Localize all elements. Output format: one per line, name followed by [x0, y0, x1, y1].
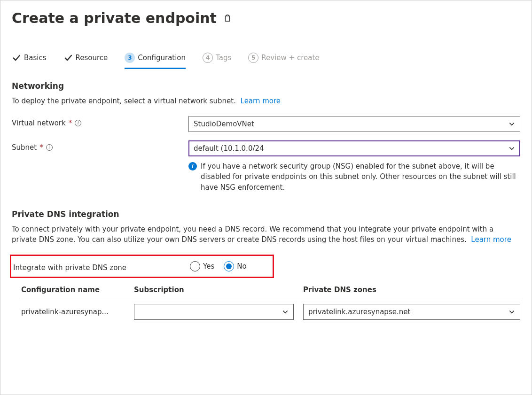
- step-number: 3: [125, 53, 135, 63]
- subscription-select[interactable]: [134, 304, 294, 320]
- vnet-select[interactable]: StudioDemoVNet: [188, 116, 520, 132]
- learn-more-link[interactable]: Learn more: [241, 97, 281, 105]
- clipboard-icon[interactable]: [223, 14, 232, 23]
- chevron-down-icon: [509, 309, 515, 315]
- vnet-value: StudioDemoVNet: [194, 120, 254, 128]
- svg-rect-0: [225, 15, 229, 21]
- tab-tags[interactable]: 4 Tags: [203, 53, 231, 69]
- private-dns-zone-value: privatelink.azuresynapse.net: [308, 308, 410, 316]
- tab-label: Tags: [216, 54, 231, 62]
- wizard-tabs: Basics Resource 3 Configuration 4 Tags 5…: [12, 53, 520, 69]
- tab-review-create[interactable]: 5 Review + create: [248, 53, 319, 69]
- info-icon: i: [188, 162, 197, 170]
- dns-config-table: Configuration name Subscription Private …: [21, 286, 520, 320]
- chevron-down-icon: [509, 145, 515, 152]
- integrate-dns-label: Integrate with private DNS zone: [11, 261, 190, 272]
- page-title: Create a private endpoint: [12, 10, 217, 26]
- nsg-info-note: i If you have a network security group (…: [188, 161, 520, 193]
- networking-heading: Networking: [12, 81, 520, 91]
- tab-label: Configuration: [138, 54, 186, 62]
- radio-icon: [224, 261, 234, 271]
- required-asterisk: *: [39, 143, 43, 152]
- column-private-dns-zones: Private DNS zones: [303, 286, 520, 294]
- required-asterisk: *: [69, 119, 72, 127]
- radio-yes[interactable]: Yes: [190, 261, 214, 271]
- table-row: privatelink-azuresynap... privatelink.az…: [21, 304, 520, 320]
- subnet-value: default (10.1.0.0/24: [194, 144, 264, 153]
- vnet-label: Virtual network * i: [12, 116, 188, 127]
- tab-resource[interactable]: Resource: [63, 53, 108, 69]
- config-name-value: privatelink-azuresynap...: [21, 308, 134, 316]
- column-config-name: Configuration name: [21, 286, 134, 294]
- tab-label: Basics: [24, 54, 47, 62]
- step-number: 5: [248, 53, 258, 63]
- networking-desc: To deploy the private endpoint, select a…: [12, 96, 520, 107]
- dns-heading: Private DNS integration: [12, 209, 520, 219]
- column-subscription: Subscription: [134, 286, 303, 294]
- step-number: 4: [203, 53, 213, 63]
- radio-icon: [190, 261, 200, 271]
- dns-desc: To connect privately with your private e…: [12, 225, 520, 245]
- check-icon: [63, 53, 73, 62]
- chevron-down-icon: [509, 121, 515, 127]
- subnet-label: Subnet * i: [12, 140, 188, 152]
- tab-label: Review + create: [261, 54, 319, 62]
- learn-more-link[interactable]: Learn more: [471, 235, 511, 244]
- check-icon: [12, 53, 21, 62]
- radio-no[interactable]: No: [224, 261, 246, 271]
- info-icon[interactable]: i: [46, 144, 53, 151]
- info-icon[interactable]: i: [75, 120, 81, 126]
- tab-configuration[interactable]: 3 Configuration: [125, 53, 186, 69]
- tab-label: Resource: [76, 54, 108, 62]
- chevron-down-icon: [282, 309, 289, 315]
- private-dns-zone-select[interactable]: privatelink.azuresynapse.net: [303, 304, 520, 320]
- tab-basics[interactable]: Basics: [12, 53, 47, 69]
- subnet-select[interactable]: default (10.1.0.0/24: [188, 140, 520, 156]
- integrate-dns-row: Integrate with private DNS zone Yes No: [10, 255, 274, 278]
